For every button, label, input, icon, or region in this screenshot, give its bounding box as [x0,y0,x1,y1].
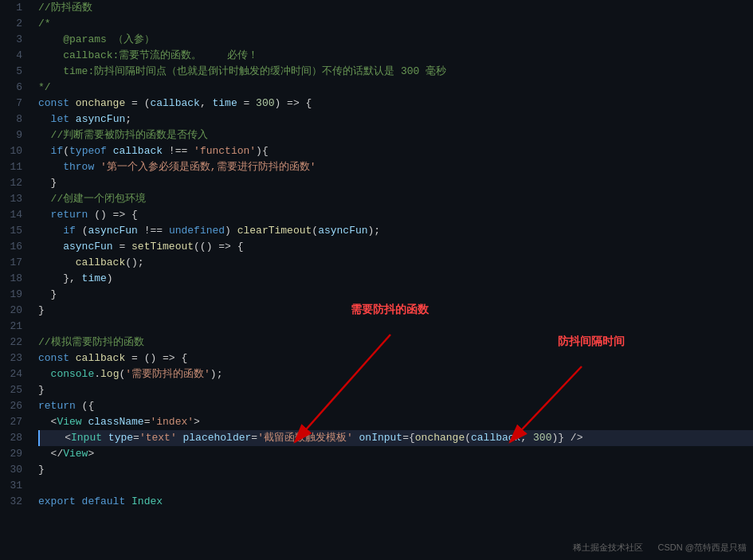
code-token: //防抖函数 [38,0,92,16]
code-line [38,478,753,494]
code-token: callback [76,350,125,366]
code-token: ( [63,143,69,159]
code-line: callback:需要节流的函数。 必传！ [38,48,753,64]
code-token: } [38,175,57,191]
code-token: > [194,414,200,430]
code-token: Index [131,494,163,510]
code-line: if ( typeof callback !== 'function' ){ [38,143,753,159]
code-line: </ View > [38,446,753,462]
code-token: console [51,366,95,382]
line-numbers: 1 2 3 4 5 6 7 8 9 10 11 12 13 14 15 16 1… [0,0,29,560]
code-token: let [51,112,76,127]
code-token: asyncFun [76,112,125,127]
code-token: = () => { [125,350,187,366]
code-token: !== [163,143,194,159]
code-token: export [38,494,82,510]
code-token: )} /> [551,430,582,446]
code-token: , [520,430,533,446]
code-token: ( [82,223,88,239]
code-token: const [38,350,76,366]
code-token: { [88,398,94,414]
code-token: ={ [402,430,415,446]
code-line: let asyncFun ; [38,112,753,127]
code-token: ( [119,366,125,382]
code-token: default [82,494,131,510]
code-line: //模拟需要防抖的函数 [38,335,753,350]
code-line: @params （入参） [38,32,753,48]
code-line: return ( { [38,398,753,414]
code-token: //模拟需要防抖的函数 [38,335,144,350]
code-line: /* [38,16,753,32]
code-line: if ( asyncFun !== undefined ) clearTimeo… [38,223,753,239]
code-token: (() => { [194,239,243,255]
code-token: time [82,271,107,287]
code-token: @params （入参） [38,32,155,48]
code-token: onInput [359,430,403,446]
code-token: callback [113,143,163,159]
code-token [38,207,51,223]
code-token [38,255,76,271]
code-line: return () => { [38,207,753,223]
code-line: time:防抖间隔时间点（也就是倒计时触发的缓冲时间）不传的话默认是 300 毫… [38,64,753,80]
code-token: ) [225,223,237,239]
code-line: throw '第一个入参必须是函数,需要进行防抖的函数' [38,159,753,175]
code-token: View [63,446,88,462]
code-token: return [51,207,95,223]
code-token: (); [125,255,143,271]
code-line: //防抖函数 [38,0,753,16]
code-token: = [113,239,131,255]
code-line: const callback = () => { [38,350,753,366]
code-token: '截留函数触发模板' [257,430,353,446]
code-token: onchange [76,96,125,112]
code-line: }, time ) [38,271,753,287]
code-line: < View className = 'index' > [38,414,753,430]
code-token: = ( [125,96,150,112]
code-token: time [212,96,237,112]
code-token: View [57,414,81,430]
code-line: } [38,382,753,398]
code-line-active: < Input type = 'text' placeholder = '截留函… [38,430,753,446]
code-token [38,112,51,127]
code-token: asyncFun [88,223,137,239]
code-token: /* [38,16,51,32]
code-token [38,366,51,382]
code-line: */ [38,80,753,96]
code-line: } [38,287,753,303]
code-token [177,430,183,446]
code-token: ); [368,223,381,239]
code-line [38,319,753,335]
code-token [38,143,51,159]
code-line: console . log ( '需要防抖的函数' ); [38,366,753,382]
code-token: throw [63,159,100,175]
code-line: } [38,303,753,319]
code-token: ); [210,366,223,382]
code-token: 300 [256,96,274,112]
code-token: className [88,414,143,430]
code-line: } [38,175,753,191]
code-line: export default Index [38,494,753,510]
code-token: placeholder [183,430,252,446]
code-token: log [100,366,119,382]
code-token: ( [312,223,318,239]
code-token: undefined [169,223,225,239]
code-token [38,159,63,175]
code-token: 'text' [139,430,177,446]
code-token: () => { [94,207,138,223]
code-token: = [144,414,151,430]
code-token: } [38,382,45,398]
code-token: = [237,96,256,112]
code-line: //创建一个闭包环境 [38,191,753,207]
code-token: ) => { [275,96,312,112]
code-token [38,239,63,255]
code-token [82,414,88,430]
code-token: }, [38,271,82,287]
code-token: 'function' [194,143,256,159]
code-token: onchange [415,430,465,446]
code-token [353,430,359,446]
watermark: 稀土掘金技术社区 CSDN @范特西是只猫 [573,542,747,554]
code-token: 'index' [150,414,194,430]
code-token: ) [107,271,113,287]
code-token [102,430,108,446]
code-token: Input [71,430,102,446]
code-line: const onchange = ( callback , time = 300… [38,96,753,112]
